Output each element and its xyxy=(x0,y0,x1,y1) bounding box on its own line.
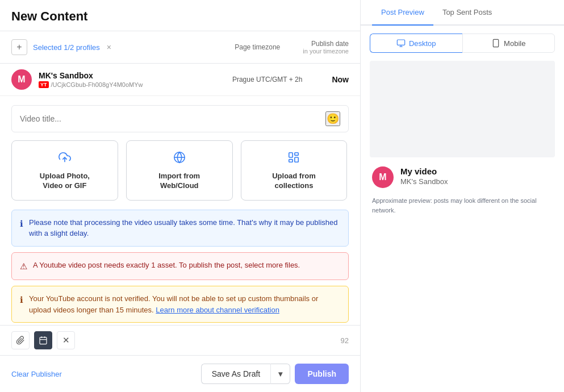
import-web-label: Import fromWeb/Cloud xyxy=(158,172,200,191)
channel-verification-link[interactable]: Learn more about channel verification xyxy=(156,306,279,314)
preview-tabs: Post Preview Top Sent Posts xyxy=(361,0,564,26)
save-draft-arrow-button[interactable]: ▼ xyxy=(270,364,290,384)
warning-notice: ℹ Your YouTube account is not verified. … xyxy=(11,286,349,323)
selected-profiles-link[interactable]: Selected 1/2 profiles xyxy=(33,43,100,52)
preview-post-info: My video MK's Sandbox xyxy=(400,166,553,186)
clear-publisher-link[interactable]: Clear Publisher xyxy=(11,370,62,378)
preview-note: Approximate preview: posts may look diff… xyxy=(370,196,555,215)
device-tabs: Desktop Mobile xyxy=(361,26,564,61)
info-notice: ℹ Please note that processing the video … xyxy=(11,210,349,247)
upload-collections-label: Upload fromcollections xyxy=(272,172,316,191)
svg-rect-3 xyxy=(289,153,293,157)
add-profile-button[interactable]: + xyxy=(11,39,27,55)
error-notice-text: A Youtube video post needs exactly 1 ass… xyxy=(33,260,300,271)
import-web-cloud-btn[interactable]: Import fromWeb/Cloud xyxy=(126,140,233,201)
error-icon: ⚠ xyxy=(20,260,27,273)
publish-date-sub: in your timezone xyxy=(303,48,349,55)
preview-content: M My video MK's Sandbox Approximate prev… xyxy=(361,61,564,392)
mobile-tab[interactable]: Mobile xyxy=(462,34,555,53)
avatar: M xyxy=(11,69,32,90)
profile-name: MK's Sandbox xyxy=(39,71,225,80)
preview-image-area xyxy=(370,61,555,157)
video-title-input[interactable] xyxy=(20,114,325,123)
desktop-tab[interactable]: Desktop xyxy=(370,34,462,53)
warning-notice-text: Your YouTube account is not verified. Yo… xyxy=(29,293,340,315)
svg-rect-7 xyxy=(40,337,47,344)
close-profiles-icon[interactable]: × xyxy=(107,43,111,52)
publisher-footer: Clear Publisher Save As Draft ▼ Publish xyxy=(0,355,360,392)
save-draft-button[interactable]: Save As Draft xyxy=(201,364,271,384)
publish-date-block: Publish date in your timezone xyxy=(303,40,349,55)
profile-id-row: YT /UCjkCGbub-Fh008gY4M0oMYw xyxy=(39,81,225,88)
svg-rect-4 xyxy=(295,153,298,156)
preview-post-title: My video xyxy=(400,166,553,176)
editor-area: 🙂 Upload Photo,Video or GIF xyxy=(0,96,360,325)
upload-buttons: Upload Photo,Video or GIF Import fromWeb… xyxy=(11,140,349,201)
tab-top-sent-posts[interactable]: Top Sent Posts xyxy=(433,0,501,26)
publish-date-label: Publish date xyxy=(303,40,349,48)
svg-rect-11 xyxy=(397,40,404,45)
profile-timezone: Prague UTC/GMT + 2h xyxy=(232,76,303,84)
preview-avatar: M xyxy=(372,166,394,188)
profile-toolbar: + Selected 1/2 profiles × Page timezone … xyxy=(0,31,360,64)
svg-rect-6 xyxy=(289,160,293,162)
save-publish-group: Save As Draft ▼ Publish xyxy=(201,364,349,384)
collection-icon xyxy=(287,151,300,167)
yt-badge: YT xyxy=(39,81,49,88)
info-icon: ℹ xyxy=(20,218,23,231)
profile-row: M MK's Sandbox YT /UCjkCGbub-Fh008gY4M0o… xyxy=(0,64,360,96)
info-notice-text: Please note that processing the video us… xyxy=(29,217,340,239)
preview-post-subtitle: MK's Sandbox xyxy=(400,177,553,186)
calendar-icon-btn[interactable] xyxy=(34,331,52,349)
upload-photo-video-btn[interactable]: Upload Photo,Video or GIF xyxy=(11,140,118,201)
tab-post-preview[interactable]: Post Preview xyxy=(372,0,433,26)
publish-now-status: Now xyxy=(332,75,349,84)
toolbar-right: Page timezone Publish date in your timez… xyxy=(235,40,349,55)
error-notice: ⚠ A Youtube video post needs exactly 1 a… xyxy=(11,252,349,281)
svg-rect-14 xyxy=(493,39,498,47)
upload-collections-btn[interactable]: Upload fromcollections xyxy=(241,140,348,201)
left-panel: New Content + Selected 1/2 profiles × Pa… xyxy=(0,0,361,392)
profile-id: /UCjkCGbub-Fh008gY4M0oMYw xyxy=(51,81,143,88)
warning-icon: ℹ xyxy=(20,294,23,307)
right-panel: Post Preview Top Sent Posts Desktop Mobi… xyxy=(361,0,564,392)
char-count: 92 xyxy=(341,336,349,345)
page-title: New Content xyxy=(0,0,360,31)
upload-photo-label: Upload Photo,Video or GIF xyxy=(40,172,90,191)
svg-rect-5 xyxy=(295,157,298,162)
video-title-row: 🙂 xyxy=(11,105,349,132)
attachment-icon-btn[interactable] xyxy=(11,331,30,349)
mobile-label: Mobile xyxy=(504,39,525,48)
globe-icon xyxy=(173,151,186,167)
desktop-label: Desktop xyxy=(409,39,436,48)
bottom-bar: ✕ 92 xyxy=(0,325,360,355)
page-timezone-label: Page timezone xyxy=(235,43,280,51)
upload-arrow-icon xyxy=(59,151,71,167)
close-icon-btn[interactable]: ✕ xyxy=(57,331,75,349)
emoji-button[interactable]: 🙂 xyxy=(325,111,340,126)
publish-button[interactable]: Publish xyxy=(295,364,349,384)
preview-post: M My video MK's Sandbox xyxy=(370,166,555,188)
profile-info: MK's Sandbox YT /UCjkCGbub-Fh008gY4M0oMY… xyxy=(39,71,225,88)
